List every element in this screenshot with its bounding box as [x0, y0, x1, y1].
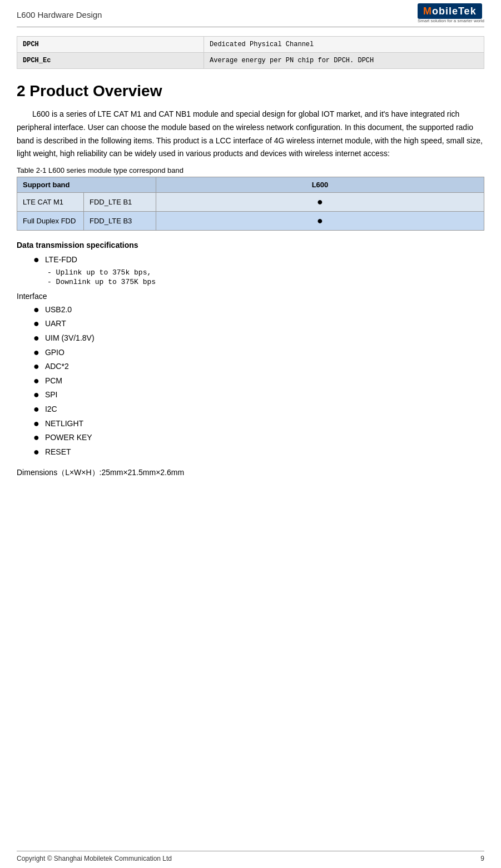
interface-item: ●UART: [33, 318, 484, 330]
interface-item: ●USB2.0: [33, 304, 484, 316]
main-cat: Full Duplex FDD: [17, 212, 84, 231]
dpch-table: DPCHDedicated Physical ChannelDPCH_EcAve…: [17, 36, 484, 69]
interface-item: ●POWER KEY: [33, 432, 484, 444]
bullet-icon: ●: [33, 418, 39, 430]
interface-item: ●NETLIGHT: [33, 418, 484, 430]
l600-value: ●: [156, 193, 484, 212]
bullet-icon: ●: [33, 389, 39, 401]
main-cat: LTE CAT M1: [17, 193, 84, 212]
page-number: 9: [480, 855, 484, 862]
interface-text: USB2.0: [45, 304, 72, 316]
table-row: DPCHDedicated Physical Channel: [17, 37, 484, 53]
logo-tagline: Smart solution for a smarter world: [418, 18, 484, 23]
bullet-icon: ●: [33, 375, 39, 387]
bullet-icon: ●: [33, 432, 39, 444]
spec-text: LTE-FDD: [45, 254, 77, 266]
bullet-icon: ●: [33, 446, 39, 458]
interface-item: ●ADC*2: [33, 361, 484, 373]
interface-text: PCM: [45, 375, 62, 387]
interface-text: NETLIGHT: [45, 418, 83, 430]
support-table-row: LTE CAT M1 FDD_LTE B1 ●: [17, 193, 484, 212]
table-cell-key: DPCH: [17, 37, 204, 53]
table-cell-value: Dedicated Physical Channel: [204, 37, 484, 53]
bullet-icon: ●: [33, 347, 39, 359]
interface-item: ●SPI: [33, 389, 484, 401]
interface-item: ●RESET: [33, 446, 484, 458]
interface-section: Interface ●USB2.0●UART●UIM (3V/1.8V)●GPI…: [17, 292, 484, 458]
bullet-icon: ●: [33, 318, 39, 330]
interface-text: UIM (3V/1.8V): [45, 332, 95, 344]
interface-item: ●PCM: [33, 375, 484, 387]
bullet-icon: ●: [33, 403, 39, 416]
logo-text: MobileTek: [418, 3, 482, 19]
section-body: L600 is a series of LTE CAT M1 and CAT N…: [17, 108, 484, 161]
interface-text: I2C: [45, 403, 57, 415]
sub-cat: FDD_LTE B1: [84, 193, 156, 212]
interface-item: ●UIM (3V/1.8V): [33, 332, 484, 345]
table-row: DPCH_EcAverage energy per PN chip for DP…: [17, 53, 484, 69]
table-cell-value: Average energy per PN chip for DPCH. DPC…: [204, 53, 484, 69]
l600-value: ●: [156, 212, 484, 231]
data-transmission-heading: Data transmission specifications: [17, 241, 484, 250]
bullet-icon: ●: [33, 332, 39, 345]
table-cell-key: DPCH_Ec: [17, 53, 204, 69]
bullet-icon: ●: [33, 361, 39, 373]
header-title: L600 Hardware Design: [17, 10, 102, 19]
interface-text: SPI: [45, 389, 58, 401]
support-table-row: Full Duplex FDD FDD_LTE B3 ●: [17, 212, 484, 231]
support-band-header: Support band: [17, 177, 156, 193]
interface-item: ●I2C: [33, 403, 484, 416]
spec-item: ●LTE-FDD: [33, 254, 484, 266]
support-band-table: Support band L600 LTE CAT M1 FDD_LTE B1 …: [17, 177, 484, 231]
page-header: L600 Hardware Design MobileTek Smart sol…: [17, 6, 484, 27]
dimensions-text: Dimensions（L×W×H）:25mm×21.5mm×2.6mm: [17, 468, 484, 478]
table-caption: Table 2-1 L600 series module type corres…: [17, 166, 484, 174]
interface-text: UART: [45, 318, 66, 330]
interface-text: RESET: [45, 446, 71, 458]
interface-label: Interface: [17, 292, 484, 301]
bullet-icon: ●: [33, 254, 39, 266]
interface-text: GPIO: [45, 347, 65, 358]
copyright-text: Copyright © Shanghai Mobiletek Communica…: [17, 855, 172, 862]
interface-text: POWER KEY: [45, 432, 92, 443]
logo-area: MobileTek Smart solution for a smarter w…: [418, 6, 484, 23]
interface-text: ADC*2: [45, 361, 69, 372]
sub-item: - Downlink up to 375K bps: [47, 278, 484, 286]
interface-item: ●GPIO: [33, 347, 484, 359]
sub-cat: FDD_LTE B3: [84, 212, 156, 231]
sub-item: - Uplink up to 375k bps,: [47, 268, 484, 277]
data-transmission-section: Data transmission specifications ●LTE-FD…: [17, 241, 484, 286]
section-heading: 2 Product Overview: [17, 82, 484, 100]
l600-header: L600: [156, 177, 484, 193]
page-footer: Copyright © Shanghai Mobiletek Communica…: [17, 851, 484, 862]
bullet-icon: ●: [33, 304, 39, 316]
